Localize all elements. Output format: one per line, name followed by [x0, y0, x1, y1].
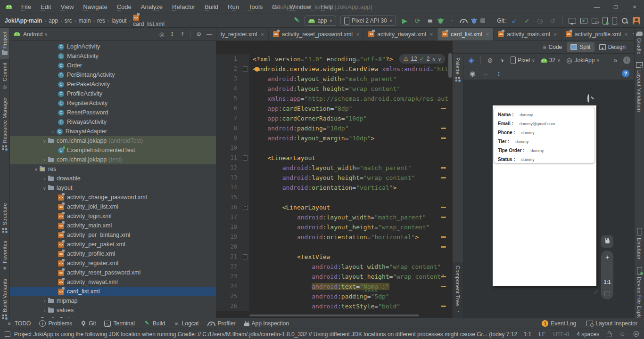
- tool-button-git[interactable]: Git: [81, 320, 96, 327]
- editor-vertical-scrollbar[interactable]: [448, 53, 452, 78]
- code-text[interactable]: android:padding="5dp": [249, 291, 453, 301]
- code-text[interactable]: android:padding="10dp": [249, 123, 453, 133]
- preview-device-screen[interactable]: Nama :dummyEmail :dummy@gmail.comPhone :…: [493, 105, 596, 286]
- attach-debugger-button[interactable]: ◔: [447, 16, 455, 25]
- apply-changes-button[interactable]: ⟳: [413, 16, 421, 25]
- tree-item-activity-profile-xml[interactable]: <>activity_profile.xml: [10, 249, 216, 258]
- debug-button[interactable]: [438, 18, 443, 24]
- tree-item-activity-change-password-xml[interactable]: <>activity_change_password.xml: [10, 193, 216, 202]
- code-text[interactable]: android:layout_height="wrap_content": [249, 84, 453, 94]
- fold-marker-icon[interactable]: −: [243, 205, 248, 210]
- tool-strip-tab-emulator[interactable]: Emulator: [636, 224, 642, 263]
- zoom-to-fit-button[interactable]: [604, 291, 610, 296]
- caret-position[interactable]: 1:1: [523, 331, 531, 338]
- chevron-collapsed-icon[interactable]: ›: [24, 317, 31, 318]
- code-line-5[interactable]: 5 xmlns:app="http://schemas.android.com/…: [216, 94, 453, 104]
- code-line-3[interactable]: 3 android:layout_width="match_parent": [216, 74, 453, 84]
- code-line-14[interactable]: 14 android:orientation="vertical">: [216, 183, 453, 193]
- hide-panel-icon[interactable]: —: [206, 30, 213, 39]
- pan-tool-button[interactable]: [601, 235, 613, 248]
- sad-face-icon[interactable]: ☹: [633, 331, 639, 338]
- tool-button-problems[interactable]: !Problems: [39, 320, 72, 327]
- tool-button-terminal[interactable]: >_Terminal: [104, 320, 134, 327]
- design-surface-icon[interactable]: ◈: [467, 56, 475, 65]
- tree-item-riwayatactivity[interactable]: CRiwayatActivity: [10, 117, 216, 127]
- tree-item-loginactivity[interactable]: CLoginActivity: [10, 42, 216, 51]
- happy-face-icon[interactable]: ☺: [619, 331, 625, 338]
- fold-marker-icon[interactable]: −: [243, 254, 248, 259]
- overflow-icon[interactable]: »: [611, 56, 619, 65]
- close-tab-icon[interactable]: ×: [486, 32, 489, 37]
- code-text[interactable]: app:cardElevation="8dp": [249, 104, 453, 113]
- view-options-eye-icon[interactable]: ◉: [468, 69, 477, 78]
- tree-item-layout[interactable]: ∨layout: [10, 183, 216, 193]
- inspections-widget[interactable]: ⚠ 12 ✓ 2 ∧ ∨: [399, 54, 445, 64]
- chevron-expanded-icon[interactable]: ∨: [41, 138, 48, 144]
- code-text[interactable]: [249, 242, 453, 252]
- tree-item-perpaketactivity[interactable]: CPerPaketActivity: [10, 80, 216, 89]
- code-text[interactable]: android:layout_height="wrap_content": [249, 272, 453, 282]
- line-ending-indicator[interactable]: LF: [539, 331, 545, 338]
- window-status-icon[interactable]: [5, 331, 10, 337]
- tool-button-profiler[interactable]: Profiler: [207, 320, 236, 327]
- constraints-icon[interactable]: ↔: [481, 69, 490, 78]
- code-line-11[interactable]: 11− <LinearLayout: [216, 153, 453, 163]
- tool-strip-tab-build-variants[interactable]: Build Variants: [2, 275, 8, 323]
- editor-tab-ty-register-xml[interactable]: ty_register.xml×: [216, 28, 269, 40]
- help-icon[interactable]: ?: [622, 70, 629, 77]
- tree-item-activity-joki-list-xml[interactable]: <>activity_joki_list.xml: [10, 202, 216, 211]
- code-line-2[interactable]: 2−<androidx.cardview.widget.CardView xml…: [216, 64, 453, 74]
- code-line-17[interactable]: 17 android:layout_width="match_parent": [216, 212, 453, 222]
- close-tab-icon[interactable]: ×: [625, 32, 627, 37]
- code-line-15[interactable]: 15: [216, 193, 453, 202]
- tree-item-activity-register-xml[interactable]: <>activity_register.xml: [10, 258, 216, 268]
- tree-item-res[interactable]: ∨res: [10, 164, 216, 174]
- code-text[interactable]: <androidx.cardview.widget.CardView xmlns…: [249, 64, 453, 74]
- git-update-button[interactable]: ↙: [510, 16, 519, 25]
- tree-item-drawable[interactable]: ›drawable: [10, 174, 216, 183]
- tree-item-gradle-scripts[interactable]: ›Gradle Scripts: [10, 315, 216, 318]
- editor-tab-activity-main-xml[interactable]: <>activity_main.xml×: [494, 28, 561, 40]
- project-view-selector[interactable]: Android: [23, 31, 42, 38]
- close-tab-icon[interactable]: ×: [554, 32, 557, 37]
- apply-code-changes-button[interactable]: ≣: [426, 16, 434, 25]
- git-rollback-button[interactable]: ↺: [548, 16, 557, 25]
- zoom-to-100-button[interactable]: 1:1: [604, 280, 611, 285]
- chevron-collapsed-icon[interactable]: ›: [41, 176, 48, 181]
- tab-palette[interactable]: Palette: [455, 54, 461, 86]
- profiler-button[interactable]: [460, 19, 468, 23]
- api-selector[interactable]: 32 ∨: [540, 56, 561, 65]
- margins-icon[interactable]: ↕: [495, 69, 503, 78]
- editor-tab-activity-reset-password-xml[interactable]: <>activity_reset_password.xml×: [269, 28, 364, 40]
- profile-avatar[interactable]: [633, 17, 640, 24]
- breadcrumb-card-list-xml[interactable]: <>card_list.xml: [132, 15, 165, 27]
- chevron-expanded-icon[interactable]: ∨: [41, 186, 48, 191]
- tree-item-activity-per-paket-xml[interactable]: <>activity_per_paket.xml: [10, 240, 216, 249]
- tool-strip-tab-structure[interactable]: Structure: [2, 199, 8, 236]
- menu-edit[interactable]: Edit: [36, 1, 55, 12]
- tool-strip-tab-layout-validation[interactable]: Layout Validation: [636, 58, 643, 116]
- preview-card[interactable]: Nama :dummyEmail :dummy@gmail.comPhone :…: [494, 107, 595, 163]
- search-everywhere-icon[interactable]: [621, 17, 628, 24]
- mode-button-design[interactable]: ▲Design: [595, 42, 629, 52]
- breadcrumb-layout[interactable]: layout: [110, 17, 127, 24]
- tool-strip-tab-project[interactable]: Project: [0, 28, 9, 59]
- tree-item-com-ichmal-jokiapp[interactable]: ›com.ichmal.jokiapp(test): [10, 155, 216, 164]
- tree-item-activity-per-bintang-xml[interactable]: <>activity_per_bintang.xml: [10, 230, 216, 240]
- code-line-13[interactable]: 13 android:layout_height="wrap_content": [216, 173, 453, 183]
- tool-strip-tab-resource-manager[interactable]: Resource Manager: [2, 93, 8, 154]
- tree-item-activity-login-xml[interactable]: <>activity_login.xml: [10, 211, 216, 221]
- menu-tools[interactable]: Tools: [244, 1, 267, 12]
- mode-button-split[interactable]: Split: [567, 42, 594, 52]
- chevron-down-icon[interactable]: ∨: [44, 32, 48, 37]
- breadcrumb-res[interactable]: res: [96, 17, 106, 24]
- breadcrumb-src[interactable]: src: [64, 17, 73, 24]
- chevron-collapsed-icon[interactable]: ›: [41, 299, 48, 304]
- tree-item-mipmap[interactable]: ›mipmap: [10, 296, 216, 306]
- tree-item-activity-reset-password-xml[interactable]: <>activity_reset_password.xml: [10, 268, 216, 277]
- git-commit-button[interactable]: ✓: [523, 16, 531, 25]
- stop-button[interactable]: [480, 18, 485, 23]
- tree-item-com-ichmal-jokiapp[interactable]: ∨com.ichmal.jokiapp(androidTest): [10, 136, 216, 145]
- code-line-20[interactable]: 20: [216, 242, 453, 252]
- zoom-out-button[interactable]: −: [605, 266, 609, 273]
